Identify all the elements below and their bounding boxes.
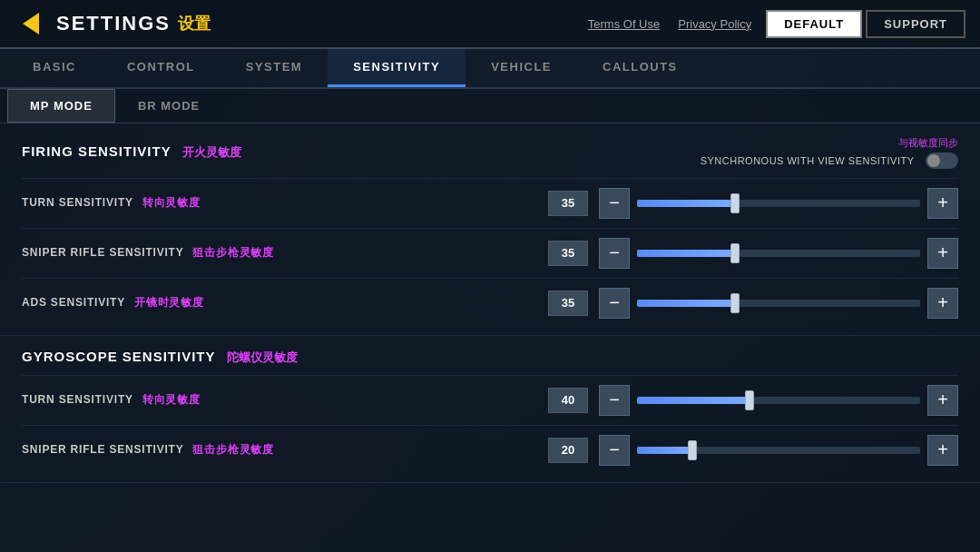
sniper-value: 35 [548,241,588,266]
sniper-increase-btn[interactable]: + [927,238,958,269]
gyro-sniper-label: SNIPER RIFLE SENSITIVITY 狙击步枪灵敏度 [22,442,548,458]
turn-value: 35 [548,191,588,216]
turn-controls: − + [599,188,958,219]
turn-track[interactable] [637,200,920,207]
slider-row-gyro-sniper: SNIPER RIFLE SENSITIVITY 狙击步枪灵敏度 20 − + [22,425,958,475]
sniper-decrease-btn[interactable]: − [599,238,630,269]
ads-label-en: ADS SENSITIVITY [22,296,125,309]
content-area: FIRING SENSITIVITY 开火灵敏度 与视敏度同步 SYNCHRON… [0,123,980,552]
slider-row-ads: ADS SENSITIVITY 开镜时灵敏度 35 − + [22,278,958,328]
turn-label-cn: 转向灵敏度 [142,196,201,209]
support-button[interactable]: SUPPORT [866,10,965,38]
ads-label-cn: 开镜时灵敏度 [134,296,204,309]
gyro-turn-label: TURN SENSITIVITY 转向灵敏度 [22,392,548,408]
slider-row-turn: TURN SENSITIVITY 转向灵敏度 35 − + [22,178,958,228]
ads-thumb[interactable] [730,293,740,313]
gyroscope-title: GYROSCOPE SENSITIVITY [22,349,216,364]
tab-control[interactable]: CONTROL [102,49,220,87]
gyroscope-title-group: GYROSCOPE SENSITIVITY 陀螺仪灵敏度 [22,349,298,366]
firing-title-group: FIRING SENSITIVITY 开火灵敏度 [22,143,241,161]
ads-increase-btn[interactable]: + [927,288,958,319]
sync-label: 与视敏度同步 SYNCHRONOUS WITH VIEW SENSITIVITY [701,136,958,169]
slider-row-sniper: SNIPER RIFLE SENSITIVITY 狙击步枪灵敏度 35 − + [22,228,958,278]
gyro-turn-track[interactable] [637,397,920,404]
gyro-sniper-label-en: SNIPER RIFLE SENSITIVITY [22,443,183,456]
gyro-sniper-value: 20 [548,438,588,463]
slider-row-gyro-turn: TURN SENSITIVITY 转向灵敏度 40 − + [22,375,958,425]
ads-track[interactable] [637,300,920,307]
tab-vehicle[interactable]: VEHICLE [466,49,577,87]
tab-callouts[interactable]: CALLOUTS [577,49,703,87]
gyro-turn-increase-btn[interactable]: + [927,385,958,416]
ads-controls: − + [599,288,958,319]
ads-fill [637,300,736,307]
sniper-label-en: SNIPER RIFLE SENSITIVITY [22,246,183,259]
gyro-turn-value: 40 [548,388,588,413]
section-firing: FIRING SENSITIVITY 开火灵敏度 与视敏度同步 SYNCHRON… [0,123,980,336]
firing-title-cn: 开火灵敏度 [182,145,241,159]
back-button[interactable] [15,7,47,40]
gyro-sniper-track[interactable] [637,447,920,454]
gyroscope-title-cn: 陀螺仪灵敏度 [227,350,298,364]
sniper-thumb[interactable] [730,243,740,263]
gyro-sniper-label-cn: 狙击步枪灵敏度 [192,443,274,456]
sync-en: SYNCHRONOUS WITH VIEW SENSITIVITY [701,155,915,166]
default-button[interactable]: DEFAULT [766,10,862,38]
sub-tabs: MP MODE BR MODE [0,89,980,123]
back-icon [23,13,39,34]
gyro-sniper-thumb[interactable] [688,440,697,460]
page-title-cn: 设置 [178,13,211,34]
subtab-br[interactable]: BR MODE [115,89,222,123]
terms-link[interactable]: Terms Of Use [588,17,660,31]
turn-label-en: TURN SENSITIVITY [22,196,133,209]
tab-basic[interactable]: BASIC [7,49,102,87]
page-title: SETTINGS [56,12,171,35]
gyro-turn-decrease-btn[interactable]: − [599,385,630,416]
turn-decrease-btn[interactable]: − [599,188,630,219]
ads-label: ADS SENSITIVITY 开镜时灵敏度 [22,295,548,310]
sniper-track[interactable] [637,250,920,257]
ads-decrease-btn[interactable]: − [599,288,630,319]
gyro-turn-controls: − + [599,385,958,416]
gyro-turn-label-en: TURN SENSITIVITY [22,393,133,406]
firing-title: FIRING SENSITIVITY [22,143,172,159]
tab-system[interactable]: SYSTEM [220,49,328,87]
gyro-sniper-controls: − + [599,435,958,466]
turn-label: TURN SENSITIVITY 转向灵敏度 [22,195,548,211]
gyro-turn-label-cn: 转向灵敏度 [142,393,201,406]
sync-toggle[interactable] [926,153,958,169]
subtab-mp[interactable]: MP MODE [7,89,115,123]
gyro-turn-fill [637,397,750,404]
sniper-label-cn: 狙击步枪灵敏度 [192,246,274,259]
ads-value: 35 [548,291,588,316]
firing-section-header: FIRING SENSITIVITY 开火灵敏度 与视敏度同步 SYNCHRON… [22,136,958,169]
turn-thumb[interactable] [730,193,740,213]
sniper-fill [637,250,736,257]
header: SETTINGS 设置 Terms Of Use Privacy Policy … [0,0,980,49]
app-container: SETTINGS 设置 Terms Of Use Privacy Policy … [0,0,980,552]
tab-sensitivity[interactable]: SENSITIVITY [328,49,466,87]
sniper-label: SNIPER RIFLE SENSITIVITY 狙击步枪灵敏度 [22,245,548,261]
main-tabs: BASIC CONTROL SYSTEM SENSITIVITY VEHICLE… [0,49,980,89]
section-gyroscope: GYROSCOPE SENSITIVITY 陀螺仪灵敏度 TURN SENSIT… [0,336,980,483]
turn-fill [637,200,736,207]
header-links: Terms Of Use Privacy Policy [588,17,751,31]
gyro-sniper-decrease-btn[interactable]: − [599,435,630,466]
gyro-turn-thumb[interactable] [745,390,754,410]
privacy-link[interactable]: Privacy Policy [678,17,751,31]
gyro-sniper-increase-btn[interactable]: + [927,435,958,466]
turn-increase-btn[interactable]: + [927,188,958,219]
sniper-controls: − + [599,238,958,269]
sync-cn: 与视敏度同步 [701,136,958,150]
gyroscope-section-header: GYROSCOPE SENSITIVITY 陀螺仪灵敏度 [22,349,958,366]
gyro-sniper-fill [637,447,693,454]
